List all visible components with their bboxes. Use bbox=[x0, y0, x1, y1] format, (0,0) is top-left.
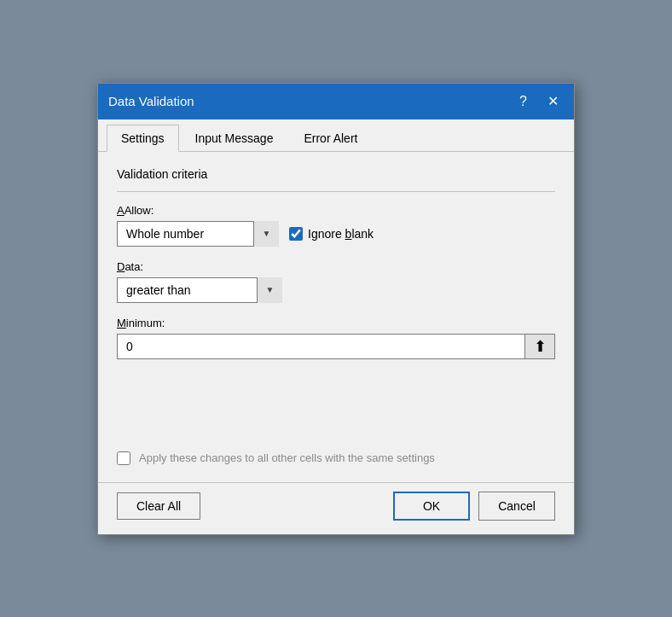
title-bar-controls: ? ✕ bbox=[514, 93, 564, 110]
minimum-collapse-button[interactable]: ⬆ bbox=[524, 334, 555, 359]
ignore-blank-label[interactable]: Ignore blank bbox=[308, 227, 374, 241]
data-label: Data: bbox=[117, 260, 555, 273]
button-bar: Clear All OK Cancel bbox=[98, 482, 574, 534]
section-header: Validation criteria bbox=[117, 167, 555, 181]
tab-bar: Settings Input Message Error Alert bbox=[98, 119, 574, 152]
title-bar: Data Validation ? ✕ bbox=[98, 84, 574, 119]
minimum-input[interactable] bbox=[117, 334, 524, 359]
collapse-icon: ⬆ bbox=[534, 337, 547, 356]
apply-row: Apply these changes to all other cells w… bbox=[117, 441, 555, 469]
divider bbox=[117, 191, 555, 192]
tab-settings[interactable]: Settings bbox=[107, 125, 179, 152]
apply-all-label[interactable]: Apply these changes to all other cells w… bbox=[139, 451, 435, 464]
close-button[interactable]: ✕ bbox=[542, 93, 564, 110]
ok-button[interactable]: OK bbox=[393, 492, 470, 521]
clear-all-button[interactable]: Clear All bbox=[117, 492, 200, 520]
data-select[interactable]: greater than less than between not betwe… bbox=[117, 277, 282, 303]
allow-row: Whole number Any value Decimal List Date… bbox=[117, 221, 555, 247]
data-validation-dialog: Data Validation ? ✕ Settings Input Messa… bbox=[97, 83, 575, 535]
minimum-label: Minimum: bbox=[117, 317, 555, 329]
data-group: Data: greater than less than between not… bbox=[117, 260, 555, 303]
tab-input-message[interactable]: Input Message bbox=[181, 125, 288, 151]
tab-error-alert[interactable]: Error Alert bbox=[289, 125, 372, 151]
dialog-title: Data Validation bbox=[108, 94, 194, 108]
allow-group: AAllow: Whole number Any value Decimal L… bbox=[117, 204, 555, 247]
content-area: Validation criteria AAllow: Whole number… bbox=[98, 152, 574, 482]
ignore-blank-group: Ignore blank bbox=[289, 227, 374, 241]
apply-all-checkbox[interactable] bbox=[117, 451, 130, 465]
minimum-input-row: ⬆ bbox=[117, 334, 555, 359]
ignore-blank-checkbox[interactable] bbox=[289, 227, 303, 241]
help-button[interactable]: ? bbox=[514, 93, 532, 110]
allow-select[interactable]: Whole number Any value Decimal List Date… bbox=[117, 221, 279, 247]
cancel-button[interactable]: Cancel bbox=[478, 492, 555, 521]
minimum-group: Minimum: ⬆ bbox=[117, 317, 555, 359]
ok-cancel-group: OK Cancel bbox=[393, 492, 555, 521]
spacer bbox=[117, 373, 555, 441]
data-select-wrapper: greater than less than between not betwe… bbox=[117, 277, 282, 303]
allow-label: AAllow: bbox=[117, 204, 555, 217]
allow-select-wrapper: Whole number Any value Decimal List Date… bbox=[117, 221, 279, 247]
